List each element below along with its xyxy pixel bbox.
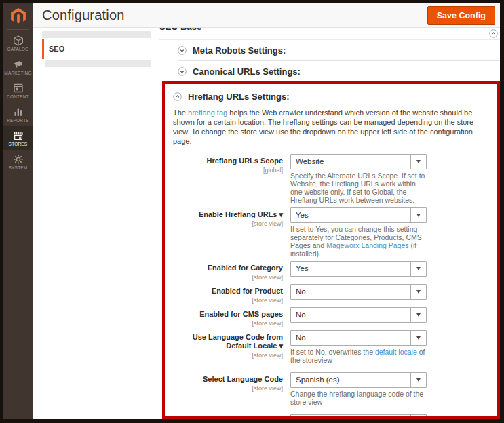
magento-logo[interactable] bbox=[3, 3, 33, 29]
field-row-enabled-for-category: Enabled for Category [store view] Yes bbox=[173, 261, 490, 281]
field-row-use-language-code-default-locale: Use Language Code from Default Locale ▾ … bbox=[173, 330, 490, 364]
field-note: If set to No, overwrites the default loc… bbox=[290, 348, 427, 364]
screenshot-frame: CATALOG MARKETING CONTENT bbox=[0, 0, 504, 423]
sidebar-item-stores[interactable]: STORES bbox=[3, 126, 33, 150]
field-scope: [store view] bbox=[173, 274, 283, 281]
field-label[interactable]: Add Country Code ▾ bbox=[173, 417, 283, 419]
sidebar-item-label: CONTENT bbox=[7, 94, 29, 99]
section-hreflang-urls[interactable]: Hreflang URLs Settings: bbox=[173, 92, 490, 102]
select-value: No bbox=[291, 285, 410, 299]
select-value: Yes bbox=[291, 415, 410, 419]
section-title: Hreflang URLs Settings: bbox=[188, 92, 290, 102]
description-text: The bbox=[173, 108, 188, 117]
hreflang-urls-scope-select[interactable]: Website bbox=[290, 154, 427, 169]
stores-icon bbox=[13, 130, 24, 141]
collapse-icon bbox=[173, 92, 182, 101]
hreflang-settings-highlight-box: Hreflang URLs Settings: The hreflang tag… bbox=[162, 81, 500, 419]
main-area: Configuration Save Config SEO SEO Base bbox=[33, 3, 500, 419]
catalog-icon bbox=[13, 35, 24, 46]
field-scope: [store view] bbox=[173, 320, 283, 327]
admin-sidebar: CATALOG MARKETING CONTENT bbox=[3, 3, 33, 419]
system-icon bbox=[13, 154, 24, 165]
subnav-tab-above[interactable] bbox=[42, 31, 151, 38]
enabled-for-product-select[interactable]: No bbox=[290, 284, 427, 300]
field-scope: [store view] bbox=[173, 297, 283, 304]
select-value: Yes bbox=[291, 208, 410, 222]
config-content: SEO SEO Base Me bbox=[33, 28, 500, 419]
sidebar-item-label: SYSTEM bbox=[9, 165, 28, 170]
sidebar-item-label: REPORTS bbox=[7, 118, 29, 123]
field-row-enabled-for-product: Enabled for Product [store view] No bbox=[173, 284, 490, 304]
sidebar-item-reports[interactable]: REPORTS bbox=[3, 102, 33, 126]
dropdown-arrow-icon bbox=[410, 331, 426, 345]
dropdown-arrow-icon bbox=[410, 415, 426, 419]
field-note: Change the hreflang language code of the… bbox=[290, 390, 427, 406]
subnav-tab-seo-label: SEO bbox=[49, 45, 64, 53]
section-title: Meta Robots Settings: bbox=[193, 45, 286, 56]
field-scope: [store view] bbox=[173, 385, 283, 392]
dropdown-arrow-icon bbox=[410, 155, 426, 169]
field-scope: [store view] bbox=[173, 352, 283, 359]
dropdown-arrow-icon bbox=[410, 208, 426, 222]
sidebar-item-content[interactable]: CONTENT bbox=[3, 79, 33, 102]
dropdown-arrow-icon bbox=[410, 373, 426, 387]
save-config-button[interactable]: Save Config bbox=[427, 6, 495, 25]
enabled-for-cms-pages-select[interactable]: No bbox=[290, 307, 427, 323]
field-label: Enabled for CMS pages bbox=[173, 310, 283, 319]
section-seo-base-clipped[interactable]: SEO Base bbox=[159, 28, 500, 40]
content-icon bbox=[13, 83, 24, 94]
dropdown-arrow-icon bbox=[410, 262, 426, 276]
sidebar-divider bbox=[7, 29, 29, 30]
field-note: Specify the Alternate URLs Scope. If set… bbox=[290, 172, 427, 204]
mageworx-landing-pages-link[interactable]: Mageworx Landing Pages bbox=[326, 241, 408, 249]
section-canonical-urls[interactable]: Canonical URLs Settings: bbox=[159, 61, 500, 81]
field-label: Enabled for Category bbox=[173, 264, 283, 273]
field-note: If set to Yes, you can change this setti… bbox=[290, 225, 427, 258]
select-value: No bbox=[291, 308, 410, 322]
sidebar-item-label: MARKETING bbox=[4, 70, 31, 75]
field-row-select-language-code: Select Language Code [store view] Spanis… bbox=[173, 372, 490, 406]
select-language-code-select[interactable]: Spanish (es) bbox=[290, 372, 427, 388]
field-row-enable-hreflang-urls: Enable Hreflang URLs ▾ [store view] Yes … bbox=[173, 207, 490, 258]
sidebar-item-label: STORES bbox=[9, 142, 28, 146]
use-language-code-select[interactable]: No bbox=[290, 330, 427, 346]
select-value: Yes bbox=[291, 262, 410, 276]
section-meta-robots[interactable]: Meta Robots Settings: bbox=[159, 40, 500, 60]
config-column: SEO Base Meta Robots Settings: bbox=[159, 28, 500, 419]
sidebar-item-catalog[interactable]: CATALOG bbox=[3, 31, 33, 55]
collapse-icon bbox=[489, 29, 498, 38]
enabled-for-category-select[interactable]: Yes bbox=[290, 261, 427, 277]
select-value: Website bbox=[291, 155, 410, 169]
subnav-tab-below[interactable] bbox=[45, 60, 151, 67]
section-title: Canonical URLs Settings: bbox=[193, 66, 301, 77]
page-header: Configuration Save Config bbox=[33, 3, 500, 28]
field-label: Hreflang URLs Scope bbox=[173, 157, 283, 165]
field-label[interactable]: Enable Hreflang URLs ▾ bbox=[173, 210, 283, 219]
page-title: Configuration bbox=[42, 7, 125, 23]
default-locale-link[interactable]: default locale bbox=[375, 348, 417, 356]
field-scope: [global] bbox=[173, 167, 283, 174]
expand-icon bbox=[178, 67, 187, 76]
sidebar-item-label: CATALOG bbox=[7, 47, 29, 52]
magento-logo-icon bbox=[9, 7, 27, 25]
reports-icon bbox=[13, 106, 24, 117]
field-label: Select Language Code bbox=[173, 375, 283, 384]
dropdown-arrow-icon bbox=[410, 285, 426, 299]
hreflang-form: Hreflang URLs Scope [global] Website Spe… bbox=[173, 154, 490, 419]
field-label[interactable]: Use Language Code from Default Locale ▾ bbox=[173, 333, 283, 350]
field-scope: [store view] bbox=[173, 220, 283, 227]
select-value: Spanish (es) bbox=[291, 373, 410, 387]
hreflang-description: The hreflang tag helps the Web crawler u… bbox=[173, 108, 490, 146]
select-value: No bbox=[291, 331, 410, 345]
section-seo-base-title: SEO Base bbox=[159, 28, 500, 32]
enable-hreflang-urls-select[interactable]: Yes bbox=[290, 207, 427, 223]
marketing-icon bbox=[13, 59, 24, 70]
add-country-code-select[interactable]: Yes bbox=[290, 414, 427, 419]
sidebar-item-marketing[interactable]: MARKETING bbox=[3, 55, 33, 79]
magento-admin-window: CATALOG MARKETING CONTENT bbox=[3, 3, 500, 419]
hreflang-tag-link[interactable]: hreflang tag bbox=[188, 108, 227, 117]
subnav-tab-seo[interactable]: SEO bbox=[42, 39, 148, 59]
config-subnav: SEO bbox=[42, 31, 151, 67]
field-row-hreflang-urls-scope: Hreflang URLs Scope [global] Website Spe… bbox=[173, 154, 490, 204]
sidebar-item-system[interactable]: SYSTEM bbox=[3, 150, 33, 174]
